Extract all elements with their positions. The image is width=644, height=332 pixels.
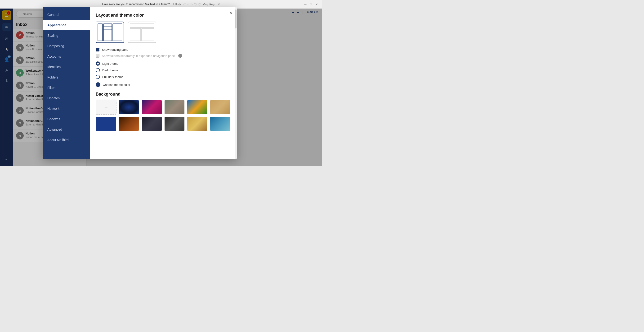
bg-item-galaxy[interactable] [118, 100, 139, 115]
very-likely-label: Very likely [203, 3, 215, 6]
layout-section-title: Layout and theme color [96, 13, 231, 18]
settings-modal: General Appearance Scaling Composing Acc… [42, 7, 237, 159]
heart-5[interactable]: ♡ [198, 2, 201, 6]
nav-folders[interactable]: Folders [42, 72, 90, 83]
nav-snoozes[interactable]: Snoozes [42, 114, 90, 124]
layout-option-horizontal[interactable] [128, 22, 156, 43]
show-folders-checkbox[interactable]: ✓ [96, 54, 100, 58]
nav-about[interactable]: About Mailbird [42, 135, 90, 145]
unlikely-label: Unlikely [172, 3, 181, 6]
svg-rect-2 [113, 24, 122, 41]
light-theme-radio[interactable] [96, 61, 100, 66]
nav-advanced[interactable]: Advanced [42, 124, 90, 135]
bg-item-golden-dog[interactable] [187, 116, 208, 131]
full-dark-theme-label: Full dark theme [102, 75, 124, 79]
scroll-thumb [235, 10, 236, 29]
bg-item-dog[interactable] [210, 100, 230, 115]
heart-3[interactable]: ♡ [190, 2, 194, 6]
layout-option-vertical[interactable] [96, 22, 124, 43]
nav-composing[interactable]: Composing [42, 41, 90, 51]
survey-text: How likely are you to recommend Mailbird… [102, 3, 170, 6]
light-theme-label: Light theme [102, 62, 118, 65]
nav-filters[interactable]: Filters [42, 83, 90, 93]
svg-rect-0 [98, 24, 102, 41]
nav-appearance[interactable]: Appearance [42, 20, 90, 30]
bg-item-dark-blue[interactable] [96, 116, 116, 131]
settings-close-button[interactable]: ✕ [228, 10, 234, 16]
light-theme-row: Light theme [96, 61, 231, 66]
theme-color-dot [96, 82, 100, 87]
scroll-indicator[interactable] [235, 7, 237, 159]
layout-options [96, 22, 231, 43]
bg-item-wolf[interactable] [164, 116, 185, 131]
bg-item-pink-neon[interactable] [141, 100, 162, 115]
show-reading-pane-label: Show reading pane [102, 48, 128, 52]
heart-4[interactable]: ♡ [194, 2, 197, 6]
svg-rect-6 [130, 29, 141, 41]
svg-rect-5 [130, 24, 154, 28]
bg-item-stone[interactable] [164, 100, 185, 115]
background-grid: + [96, 100, 231, 131]
nav-identities[interactable]: Identities [42, 62, 90, 72]
heart-1[interactable]: ♡ [183, 2, 186, 6]
show-folders-label: Show folders separately in expanded navi… [102, 54, 175, 58]
nav-network[interactable]: Network [42, 103, 90, 114]
theme-color-row: Choose theme color [96, 82, 231, 87]
info-icon: i [178, 54, 182, 58]
show-reading-pane-row: ✓ Show reading pane [96, 48, 231, 52]
bg-item-parrot[interactable] [187, 100, 208, 115]
svg-rect-1 [104, 24, 112, 41]
rating-hearts[interactable]: ♡ ♡ ♡ ♡ ♡ [183, 2, 201, 6]
background-section-title: Background [96, 92, 231, 97]
svg-rect-7 [142, 29, 154, 41]
dark-theme-row: Dark theme [96, 68, 231, 72]
window-controls[interactable]: — □ ✕ [304, 3, 318, 6]
choose-theme-color-label: Choose theme color [103, 83, 130, 87]
nav-accounts[interactable]: Accounts [42, 51, 90, 62]
full-dark-theme-row: Full dark theme [96, 75, 231, 79]
bg-item-ocean[interactable] [210, 116, 230, 131]
bg-item-dark-figure[interactable] [141, 116, 162, 131]
nav-updates[interactable]: Updates [42, 93, 90, 103]
show-folders-row: ✓ Show folders separately in expanded na… [96, 54, 231, 58]
layout-preview-vertical [97, 23, 123, 42]
settings-content: ✕ Layout and theme color [90, 7, 237, 159]
heart-2[interactable]: ♡ [186, 2, 190, 6]
survey-close[interactable]: ✕ [218, 3, 220, 6]
minimize-button[interactable]: — [304, 3, 307, 6]
show-reading-pane-checkbox[interactable]: ✓ [96, 48, 100, 52]
nav-scaling[interactable]: Scaling [42, 30, 90, 41]
layout-preview-horizontal [129, 23, 155, 42]
dark-theme-radio[interactable] [96, 68, 100, 72]
dark-theme-label: Dark theme [102, 69, 118, 72]
titlebar-survey: How likely are you to recommend Mailbird… [102, 2, 220, 6]
close-button[interactable]: ✕ [315, 3, 318, 6]
bg-item-brown-land[interactable] [118, 116, 139, 131]
nav-general[interactable]: General [42, 10, 90, 20]
full-dark-theme-radio[interactable] [96, 75, 100, 79]
bg-add-button[interactable]: + [96, 100, 116, 115]
settings-nav: General Appearance Scaling Composing Acc… [42, 7, 90, 159]
maximize-button[interactable]: □ [309, 3, 312, 6]
